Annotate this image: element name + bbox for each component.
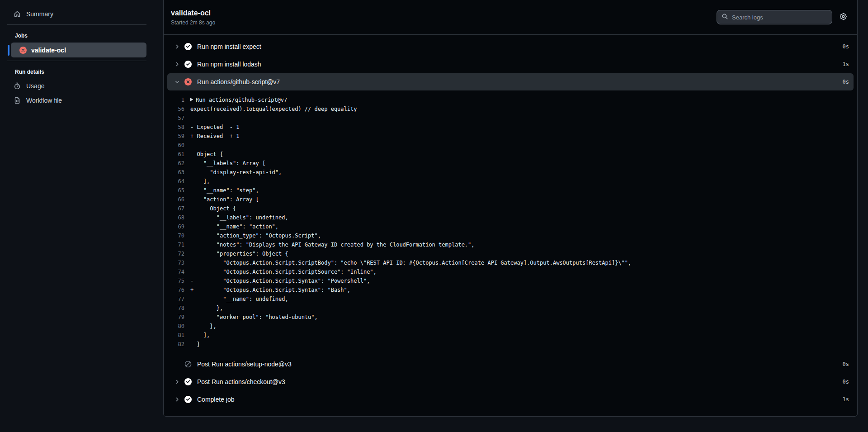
log-line-number[interactable]: 64	[164, 178, 190, 185]
log-line-text: "worker_pool": "hosted-ubuntu",	[190, 314, 318, 320]
log-line: 65 "__name": "step",	[164, 186, 857, 195]
chevron-down-icon[interactable]	[175, 79, 180, 85]
log-line-text: "display-rest-api-id",	[190, 169, 282, 176]
log-line-text: "__name": "action",	[190, 223, 278, 230]
log-line-number[interactable]: 74	[164, 269, 190, 275]
log-line: 78 },	[164, 304, 857, 313]
log-line: 71 "notes": "Displays the API Gateway ID…	[164, 240, 857, 249]
step-row-run-npm-install-expect[interactable]: Run npm install expect0s	[167, 38, 854, 55]
file-code-icon	[14, 97, 21, 104]
log-line: 62 "__labels": Array [	[164, 159, 857, 168]
sidebar-item-label: Workflow file	[26, 97, 62, 104]
log-line-number[interactable]: 69	[164, 223, 190, 230]
step-duration: 1s	[843, 61, 849, 67]
sidebar-job-label: validate-ocl	[31, 47, 66, 54]
chevron-right-icon[interactable]	[175, 379, 180, 385]
search-logs-box[interactable]	[717, 10, 832, 24]
log-group-expand-icon[interactable]	[190, 98, 193, 101]
log-line-number[interactable]: 70	[164, 233, 190, 239]
log-line-number[interactable]: 60	[164, 142, 190, 148]
sidebar-item-summary[interactable]: Summary	[7, 7, 146, 21]
chevron-right-icon[interactable]	[175, 397, 180, 402]
log-line-number[interactable]: 59	[164, 133, 190, 139]
sidebar-item-usage[interactable]: Usage	[7, 79, 146, 93]
log-line-number[interactable]: 75	[164, 278, 190, 284]
log-line-number[interactable]: 1	[164, 97, 190, 103]
stopwatch-icon	[14, 82, 21, 90]
log-line-text[interactable]: Run actions/github-script@v7	[190, 97, 287, 103]
log-line-number[interactable]: 56	[164, 106, 190, 112]
log-line: 56expect(received).toEqual(expected) // …	[164, 104, 857, 114]
search-logs-input[interactable]	[732, 14, 827, 21]
step-row-run-actions-github-script-v7[interactable]: Run actions/github-script@v70s	[167, 73, 854, 90]
log-line-number[interactable]: 63	[164, 169, 190, 176]
log-settings-button[interactable]	[840, 13, 847, 22]
log-line-text: "properties": Object {	[190, 251, 288, 257]
log-line-number[interactable]: 65	[164, 187, 190, 194]
steps-after: Post Run actions/setup-node@v30sPost Run…	[164, 356, 857, 408]
log-line-text: ],	[190, 178, 210, 185]
search-icon	[722, 13, 728, 22]
log-line-number[interactable]: 68	[164, 214, 190, 221]
log-line-number[interactable]: 79	[164, 314, 190, 320]
job-header-titles: validate-ocl Started 2m 8s ago	[171, 9, 215, 26]
log-line-number[interactable]: 82	[164, 341, 190, 347]
step-label: Post Run actions/checkout@v3	[197, 378, 285, 385]
log-line-number[interactable]: 62	[164, 160, 190, 166]
log-lines: 1Run actions/github-script@v756expect(re…	[164, 91, 857, 355]
job-started-time: Started 2m 8s ago	[171, 19, 215, 26]
check-circle-icon	[184, 43, 192, 50]
log-line-text: + Received + 1	[190, 133, 239, 139]
log-line-text: "action_type": "Octopus.Script",	[190, 233, 321, 239]
log-line-number[interactable]: 73	[164, 260, 190, 266]
log-line-number[interactable]: 76	[164, 287, 190, 293]
step-label: Post Run actions/setup-node@v3	[197, 361, 292, 368]
log-line: 70 "action_type": "Octopus.Script",	[164, 231, 857, 240]
log-line-number[interactable]: 61	[164, 151, 190, 157]
log-line: 67 Object {	[164, 204, 857, 213]
log-line-number[interactable]: 72	[164, 251, 190, 257]
sidebar-divider	[7, 61, 146, 61]
step-row-post-run-actions-checkout-v3[interactable]: Post Run actions/checkout@v30s	[167, 373, 854, 390]
check-circle-icon	[184, 396, 192, 403]
log-line-number[interactable]: 66	[164, 196, 190, 203]
log-line: 63 "display-rest-api-id",	[164, 168, 857, 177]
log-line: 68 "__labels": undefined,	[164, 213, 857, 222]
log-line-text: "Octopus.Action.Script.ScriptSource": "I…	[190, 269, 377, 275]
step-row-post-run-actions-setup-node-v3[interactable]: Post Run actions/setup-node@v30s	[167, 356, 854, 373]
step-row-complete-job[interactable]: Complete job1s	[167, 391, 854, 408]
log-line: 79 "worker_pool": "hosted-ubuntu",	[164, 313, 857, 322]
job-title: validate-ocl	[171, 9, 215, 17]
home-icon	[14, 10, 21, 18]
log-line-number[interactable]: 78	[164, 305, 190, 311]
log-line-text: - Expected - 1	[190, 124, 239, 130]
log-line-number[interactable]: 77	[164, 296, 190, 302]
log-line-number[interactable]: 58	[164, 124, 190, 130]
chevron-right-icon[interactable]	[175, 44, 180, 49]
log-line: 76+ "Octopus.Action.Script.Syntax": "Bas…	[164, 285, 857, 294]
sidebar-item-job-validate-ocl[interactable]: validate-ocl	[11, 43, 146, 57]
log-line-text: "notes": "Displays the API Gateway ID cr…	[190, 242, 475, 248]
log-line-number[interactable]: 81	[164, 332, 190, 338]
log-group-line: 1Run actions/github-script@v7	[164, 95, 857, 104]
log-line-number[interactable]: 57	[164, 115, 190, 121]
sidebar-job-row: validate-ocl	[7, 43, 146, 57]
x-circle-icon	[184, 78, 192, 85]
jobs-section-label: Jobs	[7, 28, 146, 43]
job-log-header: validate-ocl Started 2m 8s ago	[164, 0, 857, 35]
log-line-number[interactable]: 67	[164, 205, 190, 212]
step-duration: 0s	[843, 79, 849, 85]
chevron-right-icon[interactable]	[175, 62, 180, 67]
log-line: 58- Expected - 1	[164, 123, 857, 132]
sidebar-item-workflow-file[interactable]: Workflow file	[7, 93, 146, 108]
log-line: 64 ],	[164, 177, 857, 186]
log-line-text: Object {	[190, 205, 236, 212]
log-line: 72 "properties": Object {	[164, 249, 857, 258]
step-label: Run npm install lodash	[197, 61, 261, 68]
step-row-run-npm-install-lodash[interactable]: Run npm install lodash1s	[167, 56, 854, 73]
step-duration: 1s	[843, 396, 849, 403]
log-line-number[interactable]: 80	[164, 323, 190, 329]
log-line-number[interactable]: 71	[164, 242, 190, 248]
log-line-text: expect(received).toEqual(expected) // de…	[190, 106, 357, 112]
log-line-text: "Octopus.Action.Script.ScriptBody": "ech…	[190, 260, 631, 266]
